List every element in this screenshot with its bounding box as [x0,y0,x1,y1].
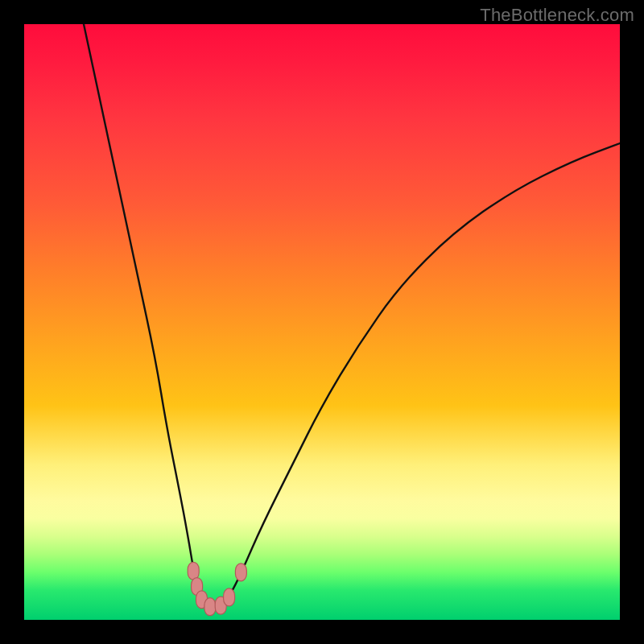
chart-frame: TheBottleneck.com [0,0,644,644]
data-marker [188,562,199,580]
markers-group [188,562,246,615]
data-marker [224,588,235,606]
watermark-text: TheBottleneck.com [480,5,634,26]
chart-svg [24,24,620,620]
data-marker [204,598,216,616]
plot-area [24,24,620,620]
data-marker [235,564,246,581]
series-curve [84,24,620,608]
